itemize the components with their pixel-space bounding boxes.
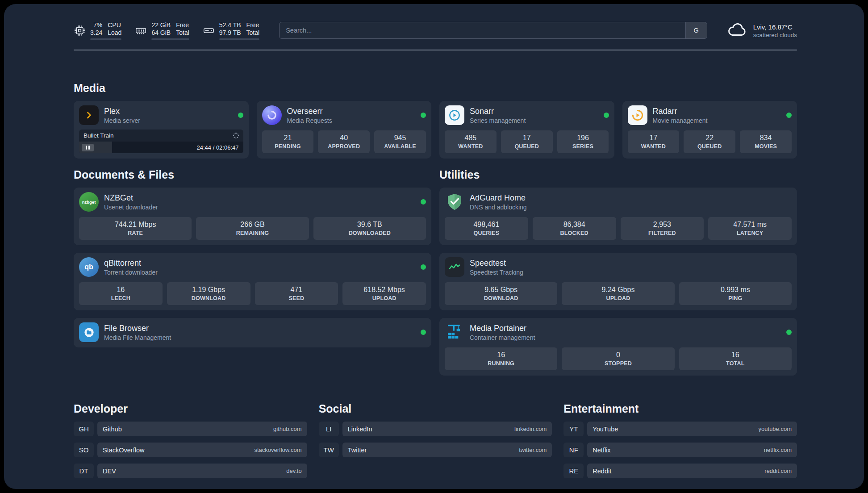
stat-value: 1.19 Gbps bbox=[168, 285, 250, 294]
service-name: Radarr bbox=[653, 106, 708, 117]
stat-filtered: 2,953 FILTERED bbox=[621, 217, 704, 240]
disk-free-label: Free bbox=[246, 21, 260, 29]
cloud-icon bbox=[727, 21, 747, 39]
section-title-media: Media bbox=[74, 82, 797, 95]
service-name: NZBGet bbox=[104, 193, 158, 203]
service-card-sonarr[interactable]: Sonarr Series management 485 WANTED 17 Q… bbox=[439, 101, 614, 159]
stat-value: 17 bbox=[629, 134, 679, 142]
stat-approved: 40 APPROVED bbox=[318, 130, 370, 153]
stat-ping: 0.993 ms PING bbox=[679, 282, 792, 305]
service-card-portainer[interactable]: Media Portainer Container management 16 … bbox=[439, 318, 797, 376]
service-card-radarr[interactable]: Radarr Movie management 17 WANTED 22 QUE… bbox=[622, 101, 797, 159]
stat-value: 40 bbox=[319, 134, 369, 142]
disk-icon bbox=[203, 25, 215, 37]
bookmark-stackoverflow[interactable]: SO StackOverflow stackoverflow.com bbox=[74, 443, 307, 457]
stat-queries: 498,461 QUERIES bbox=[445, 217, 528, 240]
status-dot bbox=[421, 199, 426, 205]
stat-label: QUEUED bbox=[684, 143, 734, 150]
bookmark-github[interactable]: GH Github github.com bbox=[74, 422, 307, 436]
now-playing-title: Bullet Train bbox=[83, 132, 114, 139]
stat-pending: 21 PENDING bbox=[262, 130, 314, 153]
section-title-developer: Developer bbox=[74, 402, 307, 415]
bookmark-reddit[interactable]: RE Reddit reddit.com bbox=[563, 464, 797, 478]
disk-widget: 52.4 TB Free 97.9 TB Total bbox=[203, 21, 259, 40]
stat-label: QUEUED bbox=[502, 143, 552, 150]
stat-label: DOWNLOAD bbox=[168, 295, 250, 301]
stat-value: 39.6 TB bbox=[314, 220, 425, 229]
service-card-adguard[interactable]: AdGuard Home DNS and adblocking 498,461 … bbox=[439, 188, 797, 245]
stat-label: TOTAL bbox=[680, 360, 791, 367]
bookmark-name: LinkedIn bbox=[348, 426, 372, 433]
stat-value: 2,953 bbox=[622, 220, 703, 229]
search-input[interactable] bbox=[280, 22, 685, 38]
stat-value: 17 bbox=[502, 134, 552, 142]
bookmark-netflix[interactable]: NF Netflix netflix.com bbox=[563, 443, 797, 457]
stat-value: 834 bbox=[741, 134, 791, 142]
bookmark-domain: dev.to bbox=[286, 468, 301, 474]
memory-total-value: 64 GiB bbox=[151, 29, 171, 37]
bookmark-domain: stackoverflow.com bbox=[254, 447, 301, 453]
stat-wanted: 485 WANTED bbox=[445, 130, 497, 153]
nzbget-icon: nzbget bbox=[79, 192, 99, 212]
stat-value: 9.24 Gbps bbox=[563, 285, 673, 294]
service-name: AdGuard Home bbox=[470, 193, 527, 203]
stat-value: 9.65 Gbps bbox=[446, 285, 556, 294]
stat-value: 22 bbox=[684, 134, 734, 142]
dashboard: 7% CPU 3.24 Load 22 GiB Free 64 GiB Tota… bbox=[4, 4, 864, 489]
stat-label: QUERIES bbox=[446, 230, 527, 236]
bookmark-domain: youtube.com bbox=[759, 426, 792, 432]
bookmark-linkedin[interactable]: LI LinkedIn linkedin.com bbox=[319, 422, 552, 436]
stat-value: 0.993 ms bbox=[680, 285, 791, 294]
weather-location-temp: Lviv, 16.87°C bbox=[753, 23, 797, 32]
bookmark-youtube[interactable]: YT YouTube youtube.com bbox=[563, 422, 797, 436]
weather-widget: Lviv, 16.87°C scattered clouds bbox=[727, 21, 797, 39]
service-card-filebrowser[interactable]: File Browser Media File Management bbox=[74, 318, 431, 347]
stat-queued: 22 QUEUED bbox=[684, 130, 735, 153]
bookmark-dev[interactable]: DT DEV dev.to bbox=[74, 464, 307, 478]
service-card-qbittorrent[interactable]: qb qBittorrent Torrent downloader 16 LEE… bbox=[74, 253, 431, 310]
pause-button[interactable] bbox=[82, 144, 94, 151]
cpu-label: CPU bbox=[108, 21, 121, 29]
memory-icon bbox=[135, 25, 147, 37]
bookmark-domain: linkedin.com bbox=[514, 426, 547, 432]
stat-label: SERIES bbox=[558, 143, 608, 150]
service-card-plex[interactable]: Plex Media server Bullet Train 24:44 / 0… bbox=[74, 101, 249, 159]
service-name: Sonarr bbox=[470, 106, 526, 117]
bookmark-name: Twitter bbox=[348, 447, 367, 454]
service-subtitle: Torrent downloader bbox=[104, 268, 158, 276]
stat-value: 498,461 bbox=[446, 220, 527, 229]
bookmark-abbr: SO bbox=[74, 443, 94, 457]
service-subtitle: Series management bbox=[470, 117, 526, 125]
bookmark-abbr: LI bbox=[319, 422, 339, 436]
qbittorrent-icon: qb bbox=[79, 257, 99, 277]
screen: 7% CPU 3.24 Load 22 GiB Free 64 GiB Tota… bbox=[0, 0, 868, 493]
service-card-nzbget[interactable]: nzbget NZBGet Usenet downloader 744.21 M… bbox=[74, 188, 431, 245]
status-dot bbox=[786, 113, 792, 118]
bookmark-name: DEV bbox=[103, 468, 116, 475]
service-card-overseerr[interactable]: Overseerr Media Requests 21 PENDING 40 A… bbox=[257, 101, 432, 159]
search-provider-button[interactable]: G bbox=[685, 22, 707, 38]
gear-icon[interactable] bbox=[233, 133, 239, 138]
stat-value: 16 bbox=[446, 351, 556, 359]
stat-latency: 47.571 ms LATENCY bbox=[708, 217, 792, 240]
service-subtitle: DNS and adblocking bbox=[470, 203, 527, 211]
cpu-load-label: Load bbox=[108, 29, 121, 37]
speedtest-icon bbox=[445, 257, 464, 277]
service-card-speedtest[interactable]: Speedtest Speedtest Tracking 9.65 Gbps D… bbox=[439, 253, 797, 310]
memory-free-value: 22 GiB bbox=[151, 21, 171, 29]
cpu-widget: 7% CPU 3.24 Load bbox=[74, 21, 121, 40]
status-dot bbox=[421, 330, 426, 335]
stat-stopped: 0 STOPPED bbox=[562, 347, 674, 370]
stat-label: FILTERED bbox=[622, 230, 703, 236]
bookmark-abbr: RE bbox=[563, 464, 584, 478]
stat-label: LEECH bbox=[80, 295, 162, 301]
bookmark-twitter[interactable]: TW Twitter twitter.com bbox=[319, 443, 552, 457]
stat-series: 196 SERIES bbox=[557, 130, 609, 153]
stat-downloaded: 39.6 TB DOWNLOADED bbox=[313, 217, 426, 240]
overseerr-icon bbox=[262, 105, 282, 125]
stat-download: 1.19 Gbps DOWNLOAD bbox=[167, 282, 250, 305]
cpu-percent: 7% bbox=[90, 21, 102, 29]
stat-label: DOWNLOADED bbox=[314, 230, 425, 236]
section-title-entertainment: Entertainment bbox=[563, 402, 797, 415]
stat-label: AVAILABLE bbox=[375, 143, 425, 150]
